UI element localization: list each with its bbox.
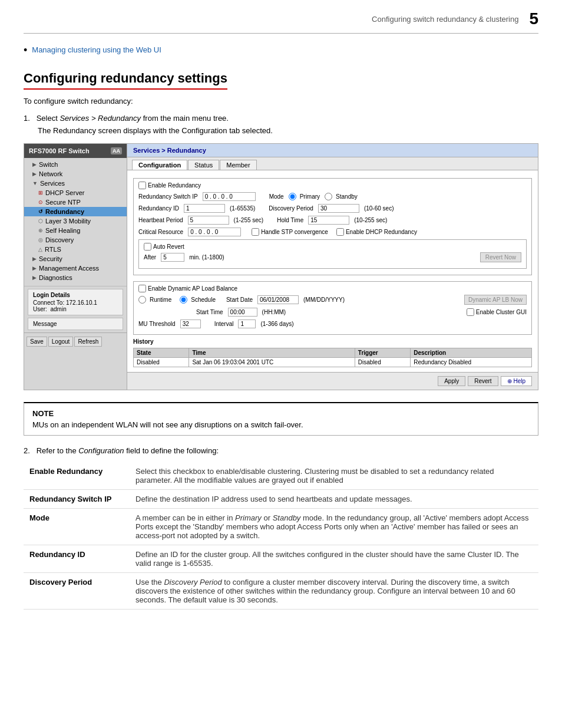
- sidebar-item-discovery[interactable]: ◎ Discovery: [24, 235, 127, 245]
- redundancy-switch-ip-input[interactable]: [203, 192, 256, 201]
- field-definitions-table: Enable Redundancy Select this checkbox t…: [24, 462, 538, 610]
- login-details: Login Details Connect To: 172.16.10.1 Us…: [28, 289, 123, 315]
- sidebar-item-diag[interactable]: ▶ Diagnostics: [24, 273, 127, 282]
- dynamic-ap-section: Enable Dynamic AP Load Balance Runtime S…: [133, 281, 532, 335]
- apply-button[interactable]: Apply: [438, 376, 465, 386]
- hold-time-input[interactable]: [308, 216, 349, 225]
- start-date-input[interactable]: [257, 295, 299, 304]
- tab-configuration[interactable]: Configuration: [132, 160, 187, 170]
- after-input[interactable]: [161, 253, 184, 262]
- refresh-button[interactable]: Refresh: [74, 337, 102, 347]
- enable-redundancy-input[interactable]: [138, 182, 146, 189]
- panel-tabs: Configuration Status Member: [127, 157, 538, 170]
- header-title: Configuring switch redundancy & clusteri…: [372, 15, 518, 24]
- def-row-discovery-period: Discovery Period Use the Discovery Perio…: [24, 573, 538, 610]
- enable-redundancy-checkbox[interactable]: Enable Redundancy: [138, 182, 527, 189]
- sidebar-label-network: Network: [39, 170, 62, 177]
- interval-input[interactable]: [238, 319, 256, 328]
- step-1: 1. Select Services > Redundancy from the…: [24, 114, 538, 135]
- sidebar-section: ▶ Switch ▶ Network ▼ Services ⊞ DHCP Ser…: [24, 158, 127, 284]
- critical-resource-label: Critical Resource: [138, 229, 183, 235]
- handle-stp-checkbox[interactable]: Handle STP convergence: [252, 228, 328, 236]
- mode-primary-radio[interactable]: Primary: [289, 193, 320, 200]
- revert-now-button[interactable]: Revert Now: [480, 252, 521, 262]
- mu-threshold-row: MU Threshold Interval (1-366 days): [138, 319, 527, 328]
- panel-body: Enable Redundancy Redundancy Switch IP M…: [127, 170, 538, 372]
- arrow-icon: ▶: [32, 275, 37, 281]
- interval-range: (1-366 days): [260, 321, 293, 327]
- sidebar: RFS7000 RF Switch AA ▶ Switch ▶ Network …: [24, 144, 127, 390]
- sidebar-label-discovery: Discovery: [45, 236, 74, 243]
- dynamic-ap-lb-button[interactable]: Dynamic AP LB Now: [464, 295, 527, 305]
- user-value: admin: [50, 306, 66, 312]
- enable-redundancy-label: Enable Redundancy: [148, 182, 201, 189]
- arrow-icon: ▼: [32, 180, 38, 186]
- discovery-period-input[interactable]: [318, 204, 359, 213]
- auto-revert-checkbox[interactable]: Auto Revert: [144, 243, 521, 251]
- help-button[interactable]: ⊕ Help: [501, 376, 532, 386]
- history-section: History State Time Trigger Description: [133, 338, 532, 367]
- history-col-trigger: Trigger: [355, 348, 410, 358]
- dynamic-ap-label: Enable Dynamic AP Load Balance: [148, 285, 237, 292]
- step-2-label: 2. Refer to the Configuration field to d…: [24, 446, 538, 455]
- sidebar-title: RFS7000 RF Switch: [29, 147, 90, 154]
- sidebar-item-redundancy[interactable]: ↺ Redundancy: [24, 207, 127, 216]
- redundancy-switch-ip-label: Redundancy Switch IP: [138, 193, 198, 200]
- sidebar-label-diag: Diagnostics: [39, 274, 72, 281]
- sidebar-item-layer3[interactable]: ⬡ Layer 3 Mobility: [24, 216, 127, 226]
- logout-button[interactable]: Logout: [48, 337, 74, 347]
- note-text: MUs on an independent WLAN will not see …: [32, 420, 530, 429]
- sidebar-label-layer3: Layer 3 Mobility: [45, 218, 91, 225]
- history-label: History: [133, 338, 532, 345]
- step-2: 2. Refer to the Configuration field to d…: [24, 446, 538, 455]
- def-term-redundancy-id: Redundancy ID: [24, 545, 130, 573]
- heartbeat-row: Heartbeat Period (1-255 sec) Hold Time (…: [138, 216, 527, 225]
- def-term-discovery-period: Discovery Period: [24, 573, 130, 610]
- tab-member[interactable]: Member: [220, 160, 256, 170]
- start-time-row: Start Time (HH:MM) Enable Cluster GUI: [138, 308, 527, 317]
- sidebar-item-selfhealing[interactable]: ⊕ Self Healing: [24, 226, 127, 235]
- hold-time-label: Hold Time: [277, 217, 303, 223]
- save-button[interactable]: Save: [27, 337, 47, 347]
- start-time-input[interactable]: [228, 308, 257, 317]
- after-label: After: [144, 254, 156, 261]
- revert-button[interactable]: Revert: [468, 376, 498, 386]
- runtime-radio[interactable]: Runtime: [138, 296, 171, 304]
- enable-dhcp-checkbox[interactable]: Enable DHCP Redundancy: [336, 228, 417, 236]
- sidebar-item-network[interactable]: ▶ Network: [24, 169, 127, 179]
- arrow-icon: ▶: [32, 265, 37, 271]
- heartbeat-input[interactable]: [188, 216, 229, 225]
- dynamic-ap-checkbox[interactable]: Enable Dynamic AP Load Balance: [138, 285, 527, 292]
- intro-text: To configure switch redundancy:: [24, 97, 538, 106]
- def-row-mode: Mode A member can be in either in Primar…: [24, 509, 538, 545]
- mu-threshold-input[interactable]: [180, 319, 201, 328]
- sidebar-item-ntp[interactable]: ⊙ Secure NTP: [24, 197, 127, 207]
- sidebar-item-mgmt[interactable]: ▶ Management Access: [24, 263, 127, 273]
- history-col-time: Time: [189, 348, 355, 358]
- runtime-schedule-row: Runtime Schedule Start Date (MM/DD/YYYY)…: [138, 295, 527, 305]
- sidebar-item-services[interactable]: ▼ Services: [24, 179, 127, 188]
- note-title: NOTE: [32, 409, 530, 418]
- sidebar-label-switch: Switch: [39, 161, 58, 168]
- page-number: 5: [529, 11, 538, 27]
- note-box: NOTE MUs on an independent WLAN will not…: [24, 402, 538, 436]
- sidebar-item-switch[interactable]: ▶ Switch: [24, 160, 127, 169]
- panel-footer: Apply Revert ⊕ Help: [127, 372, 538, 390]
- interval-label: Interval: [214, 321, 234, 327]
- managing-clustering-link[interactable]: Managing clustering using the Web UI: [32, 45, 161, 54]
- redundancy-id-row: Redundancy ID (1-65535) Discovery Period…: [138, 204, 527, 213]
- schedule-radio[interactable]: Schedule: [180, 296, 216, 304]
- arrow-icon: ▶: [32, 256, 37, 262]
- tab-status[interactable]: Status: [188, 160, 219, 170]
- mode-standby-radio[interactable]: Standby: [325, 193, 358, 200]
- redundancy-id-input[interactable]: [184, 204, 225, 213]
- redundancy-icon: ↺: [38, 209, 43, 215]
- sidebar-item-dhcp[interactable]: ⊞ DHCP Server: [24, 188, 127, 197]
- sidebar-item-rtls[interactable]: △ RTLS: [24, 245, 127, 254]
- def-row-enable-redundancy: Enable Redundancy Select this checkbox t…: [24, 462, 538, 490]
- critical-resource-input[interactable]: [188, 228, 241, 236]
- def-desc-discovery-period: Use the Discovery Period to configure a …: [130, 573, 538, 610]
- enable-cluster-gui-checkbox[interactable]: Enable Cluster GUI: [467, 308, 527, 316]
- help-icon: ⊕: [507, 378, 512, 384]
- sidebar-item-security[interactable]: ▶ Security: [24, 254, 127, 263]
